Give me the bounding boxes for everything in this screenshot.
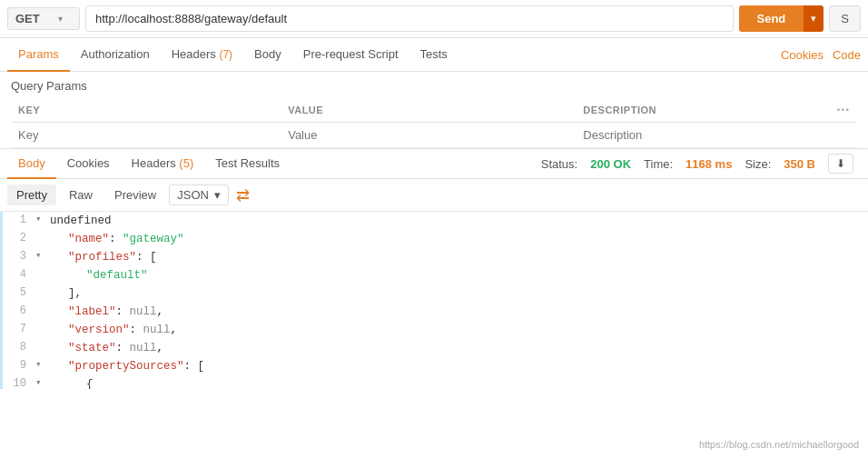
json-line: 5 ],: [3, 284, 868, 303]
line-toggle[interactable]: ▾: [35, 357, 48, 374]
json-key: "propertySources": [68, 360, 184, 373]
description-input[interactable]: [583, 128, 822, 142]
json-bracket: [: [150, 251, 157, 264]
method-chevron: ▾: [58, 14, 63, 24]
top-bar: GET ▾ Send ▾ S: [0, 0, 868, 38]
format-label: JSON: [177, 188, 209, 202]
tab-tests[interactable]: Tests: [409, 38, 459, 72]
send-button[interactable]: Send: [739, 5, 804, 32]
preview-button[interactable]: Preview: [105, 185, 165, 205]
wrap-icon[interactable]: ⇄: [236, 185, 250, 205]
time-label: Time:: [644, 157, 673, 171]
json-bracket: [: [198, 360, 205, 373]
send-arrow-button[interactable]: ▾: [804, 5, 824, 32]
json-value-string: "gateway": [123, 233, 184, 245]
json-value-null: null: [130, 342, 157, 354]
status-value: 200 OK: [590, 157, 631, 171]
headers-badge: (7): [219, 48, 232, 61]
line-content: "state": null,: [48, 339, 868, 357]
json-viewer: 1▾undefined2 "name": "gateway"3▾"profile…: [0, 212, 868, 389]
size-value: 350 B: [784, 157, 815, 171]
line-number: 5: [3, 284, 35, 302]
json-line: 8 "state": null,: [3, 339, 868, 357]
line-toggle[interactable]: ▾: [35, 375, 48, 389]
json-bracket: {: [86, 378, 94, 389]
query-params-title: Query Params: [11, 79, 857, 93]
req-tabs-right: Cookies Code: [781, 48, 861, 62]
line-number: 1: [3, 212, 35, 229]
method-select[interactable]: GET ▾: [7, 7, 80, 30]
json-bracket: ],: [68, 287, 82, 300]
tab-headers[interactable]: Headers (7): [161, 38, 243, 72]
line-content: {: [48, 375, 868, 389]
method-text: GET: [15, 12, 40, 25]
json-line: 4 "default": [3, 266, 868, 284]
line-content: "profiles": [: [48, 248, 868, 266]
json-key: "profiles": [68, 251, 136, 264]
line-content: "default": [48, 266, 868, 284]
response-status: Status: 200 OK Time: 1168 ms Size: 350 B…: [541, 154, 861, 174]
json-line: 2 "name": "gateway": [3, 230, 868, 248]
line-number: 4: [3, 266, 35, 284]
value-input[interactable]: [288, 128, 568, 142]
line-content: "name": "gateway": [48, 230, 868, 248]
line-number: 10: [3, 375, 35, 389]
line-toggle[interactable]: ▾: [35, 248, 48, 264]
col-value-header: VALUE: [281, 98, 576, 123]
send-btn-group: Send ▾: [739, 5, 824, 32]
format-select[interactable]: JSON ▾: [169, 185, 229, 205]
params-table: KEY VALUE DESCRIPTION ···: [11, 98, 857, 148]
json-key: "label": [68, 305, 116, 318]
line-content: "version": null,: [48, 321, 868, 339]
save-response-button[interactable]: ⬇: [828, 154, 853, 174]
json-line: 6 "label": null,: [3, 303, 868, 321]
more-icon[interactable]: ···: [836, 102, 850, 117]
raw-button[interactable]: Raw: [60, 185, 102, 205]
col-desc-header: DESCRIPTION: [576, 98, 829, 123]
json-bracket: undefined: [50, 215, 112, 227]
tab-params[interactable]: Params: [7, 38, 70, 72]
json-line: 1▾undefined: [3, 212, 868, 230]
line-number: 6: [3, 303, 35, 320]
line-content: undefined: [48, 212, 868, 230]
tab-authorization[interactable]: Authorization: [70, 38, 161, 72]
line-toggle[interactable]: ▾: [35, 212, 48, 228]
json-value-string: "default": [86, 269, 148, 282]
json-key: "name": [68, 233, 109, 245]
save-button[interactable]: S: [829, 5, 861, 32]
line-number: 7: [3, 321, 35, 338]
response-tabs: Body Cookies Headers (5) Test Results St…: [0, 148, 868, 179]
status-label: Status:: [541, 157, 577, 171]
resp-tab-testresults[interactable]: Test Results: [204, 149, 291, 179]
params-placeholder-row: [11, 123, 857, 148]
cookies-link[interactable]: Cookies: [781, 48, 824, 62]
resp-headers-badge: (5): [179, 156, 193, 170]
line-number: 9: [3, 357, 35, 374]
line-number: 2: [3, 230, 35, 247]
line-content: ],: [48, 284, 868, 303]
json-key: "version": [68, 324, 130, 336]
code-link[interactable]: Code: [833, 48, 861, 62]
format-chevron: ▾: [214, 188, 221, 202]
url-input[interactable]: [85, 5, 734, 32]
json-line: 10▾{: [3, 375, 868, 389]
pretty-button[interactable]: Pretty: [7, 185, 56, 205]
key-input[interactable]: [18, 128, 273, 142]
resp-tab-body[interactable]: Body: [7, 149, 56, 179]
resp-tab-headers[interactable]: Headers (5): [121, 149, 205, 179]
json-line: 3▾"profiles": [: [3, 248, 868, 266]
col-key-header: KEY: [11, 98, 281, 123]
size-label: Size:: [745, 157, 771, 171]
format-bar: Pretty Raw Preview JSON ▾ ⇄: [0, 179, 868, 212]
json-value-null: null: [130, 305, 157, 318]
resp-tab-cookies[interactable]: Cookies: [56, 149, 121, 179]
time-value: 1168 ms: [686, 157, 732, 171]
request-tabs: Params Authorization Headers (7) Body Pr…: [0, 38, 868, 72]
json-line: 9▾"propertySources": [: [3, 357, 868, 375]
line-content: "propertySources": [: [48, 357, 868, 375]
line-content: "label": null,: [48, 303, 868, 321]
line-number: 8: [3, 339, 35, 356]
tab-body[interactable]: Body: [243, 38, 292, 72]
tab-prerequest[interactable]: Pre-request Script: [292, 38, 409, 72]
col-more-header: ···: [829, 98, 857, 123]
